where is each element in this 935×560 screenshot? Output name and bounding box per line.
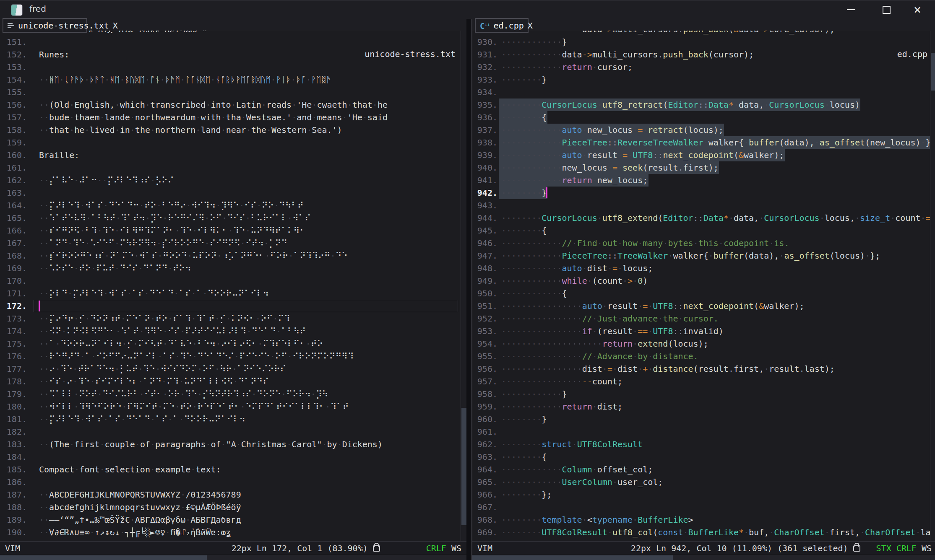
code-line[interactable]: 949.············while·(count·>·0) [472,275,935,287]
code-line[interactable]: 180.··⠺⠊⠇⠇·⠹⠻⠑⠋⠕⠗⠑·⠏⠻⠍⠊⠞·⠍⠑·⠞⠕·⠗⠑⠏⠑⠁⠞⠂·⠑… [0,400,466,413]
code-line[interactable]: 934. [472,86,935,99]
horizontal-scrollbar-thumb[interactable] [0,555,207,560]
line-text: ········CursorLocus·utf8_extend(Editor::… [501,212,935,224]
code-line[interactable]: 954.····················return·extend(lo… [472,337,935,350]
code-line[interactable]: 955.················//·Advance·by·distan… [472,350,935,363]
code-line[interactable]: 155. [0,86,466,99]
code-line[interactable]: 182. [0,425,466,438]
code-line[interactable]: 187.··ABCDEFGHIJKLMNOPQRSTUVWXYZ·/012345… [0,488,466,501]
tab-unicode-stress[interactable]: unicode-stress.txt X [3,18,87,33]
vertical-scrollbar-thumb[interactable] [461,408,466,525]
code-line[interactable]: 952.················//·Just·advance·the·… [472,312,935,325]
code-line[interactable]: 945.········{ [472,224,935,237]
code-line[interactable]: 962.········struct·UTF8ColResult [472,438,935,451]
code-line[interactable]: 932.············return·cursor; [472,61,935,73]
code-line[interactable]: 160.Braille: [0,149,466,161]
code-line[interactable]: 158.··that·he·lived·in·the·northern·land… [0,124,466,136]
code-line[interactable]: 961. [472,425,935,438]
code-line[interactable]: 161. [0,161,466,174]
code-line[interactable]: 944.········CursorLocus·utf8_extend(Edit… [472,212,935,224]
code-line[interactable]: 947.············PieceTree::TreeWalker·wa… [472,249,935,262]
code-line[interactable]: 963.········{ [472,451,935,463]
code-line[interactable]: 953.················if·(result·==·UTF8::… [472,325,935,337]
line-text: ················//·Just·advance·the·curs… [501,312,719,325]
tab-close-icon[interactable]: X [113,21,118,31]
horizontal-scrollbar-thumb[interactable] [472,555,673,560]
code-line[interactable]: 948.············auto·dist·=·locus; [472,262,935,275]
code-line[interactable]: 176.··⠗⠑⠛⠜⠙·⠁·⠊⠕⠋⠋⠔⠤⠝⠁⠊⠇·⠁⠎·⠹⠑·⠙⠑⠁⠙⠑⠌·⠏⠊… [0,350,466,363]
code-line[interactable]: 189.··–—‘“”„†•…‰™œŠŸž€·ΑΒΓΔΩαβγδω·АБВГДа… [0,513,466,526]
code-line[interactable]: 943. [472,199,935,212]
code-line[interactable]: 170. [0,275,466,287]
code-line[interactable]: 168.··⡎⠊⠗⠕⠕⠛⠑⠰⠎·⠝⠁⠍⠑·⠺⠁⠎·⠛⠕⠕⠙·⠥⠏⠕⠝·⠰⡡⠁⠝⠛… [0,249,466,262]
code-line[interactable]: 154.··ᚻᛖ·ᚳᚹᚫᚦ·ᚦᚫᛏ·ᚻᛖ·ᛒᚢᛞᛖ·ᚩᚾ·ᚦᚫᛗ·ᛚᚪᚾᛞᛖ·ᚾ… [0,73,466,86]
editor-panes: 150.··ሰው·እንደቤቱ·እንጅ·እንደ·ጉረቤቱ·አይተዳደርም።151.… [0,19,935,560]
code-line[interactable]: 969.········UTF8ColResult·utf8_col(const… [472,526,935,539]
code-line[interactable]: 175.··⠁·⠙⠕⠕⠗⠤⠝⠁⠊⠇⠲·⡊·⠍⠊⠣⠞·⠙⠁⠧⠑·⠃⠑⠲·⠔⠊⠇⠔⠫… [0,337,466,350]
code-line[interactable]: 173.··⡍⠔⠙⠖·⡊·⠙⠕⠝⠰⠞·⠍⠑⠁⠝·⠞⠕·⠎⠁⠹·⠹⠁⠞·⡊·⠅⠝⠪… [0,312,466,325]
code-line[interactable]: 959.············return·dist; [472,400,935,413]
code-line[interactable]: 957.················--count; [472,375,935,388]
minimize-button[interactable] [838,0,865,19]
code-line[interactable]: 153. [0,61,466,73]
code-line[interactable]: 157.··bude·thaem·lande·northweardum·with… [0,111,466,124]
vertical-scrollbar[interactable] [930,19,935,541]
code-line[interactable]: 941.············return·new_locus; [472,174,935,187]
editor-viewport[interactable]: 150.··ሰው·እንደቤቱ·እንጅ·እንደ·ጉረቤቱ·አይተዳደርም።151.… [0,19,466,541]
tab-ed-cpp[interactable]: C++ ed.cpp X [475,18,529,33]
code-line[interactable]: 164.··⡍⠜⠇⠑⠹·⠺⠁⠎·⠙⠑⠁⠙⠒·⠞⠕·⠃⠑⠛⠔·⠺⠊⠹⠲·⡹⠻⠑·⠊… [0,199,466,212]
code-line[interactable]: 958.············} [472,388,935,400]
code-line[interactable]: 936.········{ [472,111,935,124]
horizontal-scrollbar[interactable] [0,555,466,560]
code-line[interactable]: 171.··⡕⠇⠙·⡍⠜⠇⠑⠹·⠺⠁⠎·⠁⠎·⠙⠑⠁⠙·⠁⠎·⠁·⠙⠕⠕⠗⠤⠝⠁… [0,287,466,300]
code-line[interactable]: 156.··(Old·English,·which·transcribed·in… [0,99,466,111]
code-line[interactable]: 166.··⠎⠊⠛⠝⠫·⠃⠹·⠹⠑·⠊⠇⠻⠛⠹⠍⠁⠝⠂·⠹⠑·⠊⠇⠻⠅⠂·⠹⠑·… [0,224,466,237]
code-line[interactable]: 938.············PieceTree::ReverseTreeWa… [472,136,935,149]
close-button[interactable]: × [904,0,931,19]
code-line[interactable]: 179.··⠩⠁⠇⠇·⠝⠕⠞·⠙⠊⠌⠥⠗⠃·⠊⠞⠂·⠕⠗·⠹⠑·⡊⠳⠝⠞⠗⠹⠰⠎… [0,388,466,400]
code-line[interactable]: 964.············Column·offset_col; [472,463,935,476]
code-line[interactable]: 946.············//·Find·out·how·many·byt… [472,237,935,249]
code-line[interactable]: 184. [0,451,466,463]
code-line[interactable]: 950.············{ [472,287,935,300]
code-line[interactable]: 174.··⠪⠝·⠅⠝⠪⠇⠫⠛⠑⠂·⠱⠁⠞·⠹⠻⠑·⠊⠎·⠏⠜⠞⠊⠊⠥⠇⠜⠇⠹·… [0,325,466,337]
vertical-scrollbar-thumb[interactable] [931,53,935,91]
code-line[interactable]: 183.··(The·first·couple·of·paragraphs·of… [0,438,466,451]
code-line[interactable]: 185.Compact·font·selection·example·text: [0,463,466,476]
tab-close-icon[interactable]: X [528,21,533,31]
code-line[interactable]: 940.············new_locus·=·seek(result.… [472,161,935,174]
code-line[interactable]: 935.········CursorLocus·utf8_retract(Edi… [472,99,935,111]
code-line[interactable]: 968.········template·<typename·BufferLik… [472,513,935,526]
code-line[interactable]: 163. [0,187,466,199]
horizontal-scrollbar[interactable] [472,555,935,560]
code-line[interactable]: 181.··⡍⠜⠇⠑⠹·⠺⠁⠎·⠁⠎·⠙⠑⠁⠙·⠁⠎·⠁·⠙⠕⠕⠗⠤⠝⠁⠊⠇⠲ [0,413,466,425]
code-line[interactable]: 951.················auto·result·=·UTF8::… [472,300,935,312]
code-line[interactable]: 186. [0,476,466,488]
code-line[interactable]: 942.········} [472,187,935,199]
vertical-scrollbar[interactable] [461,19,466,541]
code-line[interactable]: 967. [472,501,935,513]
code-line[interactable]: 190.··∀∂∈ℝ∧∪≡∞·↑↗↨↻⇣·┐┼╔╘░►☺♀·ﬁ�⑀₂ἠḂӥẄɐ:… [0,526,466,539]
code-line[interactable]: 188.··abcdefghijklmnopqrstuvwxyz·£©µÀÆÖÞ… [0,501,466,513]
code-line[interactable]: 937.············auto·new_locus·=·retract… [472,124,935,136]
code-line[interactable]: 178.··⠊⠎·⠔·⠹⠑·⠎⠊⠍⠊⠇⠑⠆·⠁⠝⠙·⠍⠹·⠥⠝⠙⠁⠇⠇⠪⠫·⠙⠁… [0,375,466,388]
code-line[interactable]: 165.··⠱⠁⠞⠑⠧⠻·⠁⠃⠳⠞·⠹⠁⠞⠲·⡹⠑·⠗⠑⠛⠊⠌⠻·⠕⠋·⠙⠊⠎·… [0,212,466,224]
maximize-button[interactable] [873,0,900,19]
code-line[interactable]: 939.············auto·result·=·UTF8::next… [472,149,935,161]
lock-icon [853,545,860,552]
code-line[interactable]: 162.··⡌⠁⠧⠑·⠼⠁⠒··⡍⠜⠇⠑⠹⠰⠎·⡣⠕⠌ [0,174,466,187]
code-line[interactable]: 167.··⠁⠝⠙·⠹⠑·⠡⠊⠑⠋·⠍⠳⠗⠝⠻⠲·⡎⠊⠗⠕⠕⠛⠑·⠎⠊⠛⠝⠫·⠊… [0,237,466,249]
code-line[interactable]: 933.········} [472,73,935,86]
code-line[interactable]: 151. [0,36,466,48]
code-line[interactable]: 966.········}; [472,488,935,501]
code-line[interactable]: 177.··⠔·⠹⠑·⠞⠗⠁⠙⠑⠲·⡃⠥⠞·⠹⠑·⠺⠊⠎⠙⠕⠍·⠕⠋·⠳⠗·⠁⠝… [0,363,466,375]
code-line[interactable]: 931.············data->multi_cursors.push… [472,48,935,61]
code-line[interactable]: 169.··⠡⠕⠎⠑·⠞⠕·⠏⠥⠞·⠙⠊⠎·⠙⠁⠝⠙·⠞⠕⠲ [0,262,466,275]
code-line[interactable]: 159. [0,136,466,149]
code-line[interactable]: 965.············UserColumn·user_col; [472,476,935,488]
code-line[interactable]: 960.········} [472,413,935,425]
line-number: 954. [476,337,497,350]
code-line[interactable]: 956.················dist·=·dist·+·distan… [472,363,935,375]
code-line[interactable]: 930.············} [472,36,935,48]
editor-viewport[interactable]: 929.················data->multi_cursors.… [472,19,935,541]
